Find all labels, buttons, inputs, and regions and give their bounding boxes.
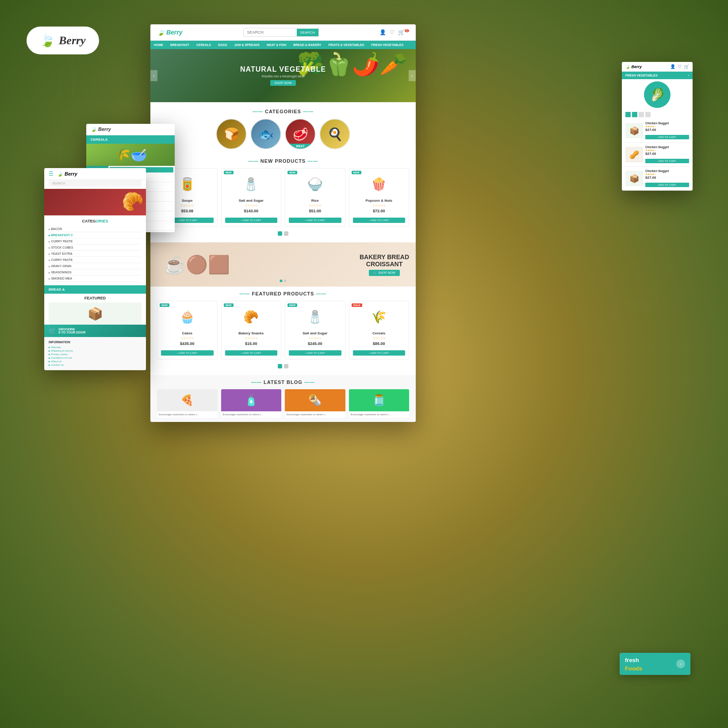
category-eggs[interactable]: 🍳 xyxy=(319,119,350,149)
nav-meat[interactable]: MEAT & FISH xyxy=(263,41,290,49)
product-popcorn: NEW 🍿 Popcorn & Nuts ☆☆☆☆☆ $72.00 + ADD … xyxy=(349,168,410,227)
nav-jam[interactable]: JAM & SPREADS xyxy=(230,41,263,49)
search-input[interactable] xyxy=(244,28,297,36)
product-stars: ★★★★☆ xyxy=(645,125,689,128)
nav-eggs[interactable]: EGGS xyxy=(215,41,230,49)
cat-seasonings[interactable]: SEASONINGS xyxy=(49,269,142,276)
add-to-cart-button[interactable]: + ADD TO CART xyxy=(289,350,341,356)
blog-grid: 🍕 Encourage customers to return t... 🧴 E… xyxy=(157,389,409,418)
add-to-cart-button[interactable]: ADD TO CART xyxy=(645,183,689,187)
brand-logo-topleft: 🍃 Berry xyxy=(27,27,99,54)
cart-icon[interactable]: 🛒0 xyxy=(398,29,409,35)
hero-prev-button[interactable]: ‹ xyxy=(150,70,157,81)
middle-banner: ☕🟤🟫 BAKERY BREAD CROISSANT 🛒 SHOP NOW xyxy=(150,242,416,287)
mobile-logo: 🍃 Berry xyxy=(57,171,77,177)
add-to-cart-button[interactable]: ADD TO CART xyxy=(645,159,689,163)
product-name: Cereals xyxy=(353,331,406,335)
list-view-icon[interactable] xyxy=(639,112,644,117)
hero-next-button[interactable]: › xyxy=(409,70,416,81)
site-header: 🍃 Berry SEARCH 👤 ♡ 🛒0 xyxy=(150,24,416,41)
blog-card-2[interactable]: 🧴 Encourage customers to return t... xyxy=(221,389,282,418)
user-icon[interactable]: 👤 xyxy=(379,29,386,35)
product-badge: NEW xyxy=(287,303,297,307)
fresh-foods-arrow[interactable]: › xyxy=(676,659,685,668)
blog-image: 🌯 xyxy=(285,389,345,411)
product-name: Popcorn & Nuts xyxy=(353,199,406,203)
cat-bacon[interactable]: BACON xyxy=(49,226,142,232)
list-view-icon-2[interactable] xyxy=(645,112,651,117)
grid-view-icon-2[interactable] xyxy=(632,112,637,117)
new-products-title: NEW PRODUCTS xyxy=(157,158,409,164)
category-meat[interactable]: 🥩 MEAT xyxy=(285,119,316,149)
cat-stock-cubes[interactable]: STOCK CUBES xyxy=(49,245,142,251)
blog-image: 🍕 xyxy=(157,389,218,411)
add-to-cart-button[interactable]: ADD TO CART xyxy=(645,135,689,139)
nav-cereals[interactable]: CEREALS xyxy=(193,41,215,49)
add-to-cart-button[interactable]: + ADD TO CART xyxy=(353,218,406,223)
nav-home[interactable]: HOME xyxy=(150,41,167,49)
hamburger-icon[interactable]: ☰ xyxy=(49,171,54,177)
search-bar[interactable]: SEARCH xyxy=(243,28,319,37)
blog-section: LATEST BLOG 🍕 Encourage customers to ret… xyxy=(150,375,416,422)
banner-shop-button[interactable]: 🛒 SHOP NOW xyxy=(369,270,400,276)
nav-fresh[interactable]: FRESH VEGETABLES xyxy=(368,41,407,49)
slider-dot-1[interactable] xyxy=(280,280,283,282)
groceries-delivery-banner: 🛒 GROCERIES TO YOUR DOOR xyxy=(44,325,146,337)
category-fish[interactable]: 🐟 xyxy=(250,119,281,149)
product-price: $72.00 xyxy=(353,209,406,213)
add-to-cart-button[interactable]: + ADD TO CART xyxy=(161,350,214,356)
add-to-cart-button[interactable]: + ADD TO CART xyxy=(353,350,406,356)
right-wishlist-icon[interactable]: ♡ xyxy=(678,64,682,69)
right-panel-nav: FRESH VEGETABLES › xyxy=(622,72,693,79)
cat-breakfast[interactable]: BREAKFAST C xyxy=(49,232,142,238)
page-dot-1[interactable] xyxy=(278,231,282,236)
search-button[interactable]: SEARCH xyxy=(297,29,318,36)
add-to-cart-button[interactable]: + ADD TO CART xyxy=(225,218,278,223)
info-sitemap[interactable]: Sitemap xyxy=(49,345,142,349)
hero-shop-button[interactable]: SHOP NOW xyxy=(270,80,296,86)
wishlist-icon[interactable]: ♡ xyxy=(390,29,395,35)
add-to-cart-button[interactable]: + ADD TO CART xyxy=(225,350,278,356)
info-conditions[interactable]: Conditions of Use xyxy=(49,356,142,360)
right-user-icon[interactable]: 👤 xyxy=(670,64,675,69)
slider-dot-2[interactable] xyxy=(284,280,287,282)
info-privacy[interactable]: Privacy notice xyxy=(49,353,142,356)
view-toggle xyxy=(622,110,693,119)
cat-curry-paste-1[interactable]: CURRY PASTE xyxy=(49,238,142,245)
product-stars: ☆☆☆☆☆ xyxy=(289,204,341,207)
nav-fruits[interactable]: FRUITS & VEGETABLES xyxy=(325,41,368,49)
featured-dot-2[interactable] xyxy=(284,364,288,368)
cat-gravy[interactable]: GRAVY GRAN xyxy=(49,263,142,269)
cat-yeast[interactable]: YEAST EXTRA xyxy=(49,251,142,257)
cat-curry-paste-2[interactable]: CURRY PASTE xyxy=(49,257,142,263)
svg-text:🧴: 🧴 xyxy=(575,586,619,628)
featured-cereals: SALE 🌾 Cereals ☆☆☆☆☆ $85.00 + ADD TO CAR… xyxy=(349,301,410,360)
blog-card-4[interactable]: 🫙 Encourage customers to return t... xyxy=(349,389,410,418)
featured-bakery-snacks: NEW 🥐 Bakery Snacks ☆☆☆☆☆ $15.00 + ADD T… xyxy=(221,301,282,360)
blog-card-3[interactable]: 🌯 Encourage customers to return t... xyxy=(285,389,345,418)
info-about[interactable]: About us xyxy=(49,360,142,363)
right-panel-nav-arrow[interactable]: › xyxy=(688,74,689,77)
featured-dot-1[interactable] xyxy=(278,364,282,368)
blog-card-1[interactable]: 🍕 Encourage customers to return t... xyxy=(157,389,218,418)
category-bread[interactable]: 🍞 xyxy=(216,119,247,149)
info-shipping[interactable]: Shipping & returns xyxy=(49,349,142,353)
product-stars: ☆☆☆☆☆ xyxy=(289,337,341,340)
info-contact[interactable]: Contact us xyxy=(49,363,142,367)
grid-view-icon[interactable] xyxy=(625,112,631,117)
product-info: Chicken Nugget ★★★★☆ $27.00 ADD TO CART xyxy=(645,122,689,140)
cat-smoked[interactable]: SMOKED MEA xyxy=(49,276,142,282)
nav-breakfast[interactable]: BREAKFAST xyxy=(167,41,193,49)
product-rice: NEW 🍚 Rice ☆☆☆☆☆ $51.00 + ADD TO CART xyxy=(285,168,345,227)
nav-bread[interactable]: BREAD & BAKERY xyxy=(290,41,325,49)
add-to-cart-button[interactable]: + ADD TO CART xyxy=(289,218,341,223)
blog-text: Encourage customers to return t... xyxy=(285,411,345,418)
right-panel-nav-title: FRESH VEGETABLES xyxy=(625,74,658,77)
right-cart-icon[interactable]: 🛒 xyxy=(684,64,689,69)
banner-subtitle: CROISSANT xyxy=(360,261,409,268)
categories-title: CATEGORIES xyxy=(49,219,142,223)
product-stars: ★★★★☆ xyxy=(645,149,689,152)
page-dot-2[interactable] xyxy=(284,231,288,236)
product-name: Rice xyxy=(289,199,341,203)
featured-products-section: FEATURED PRODUCTS NEW 🧁 Cakes ☆☆☆☆☆ $435… xyxy=(150,287,416,375)
